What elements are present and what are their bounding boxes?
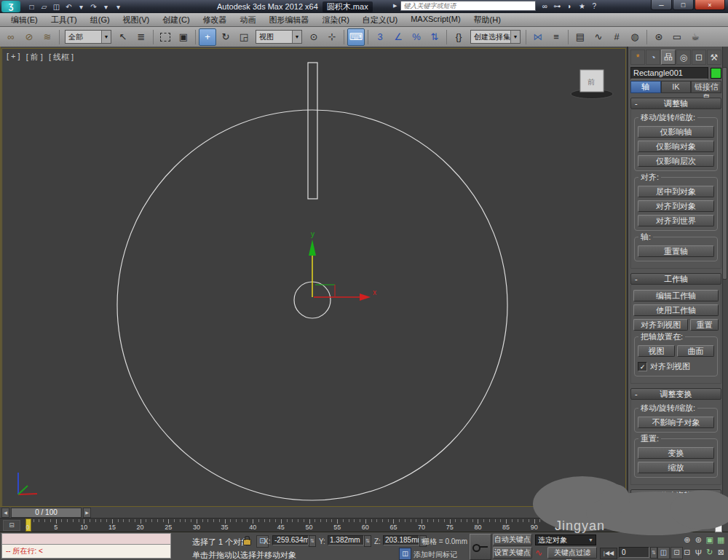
maximize-viewport-toggle-icon[interactable]: ⊠ xyxy=(716,546,727,559)
curve-editor-icon[interactable]: ∿ xyxy=(590,28,607,46)
track-bar[interactable]: ⊟ 05101520253035404550556065707580859095… xyxy=(0,518,626,532)
reset-scale-button[interactable]: 缩放 xyxy=(638,462,714,473)
qat-options-arrow[interactable]: ▾ xyxy=(113,1,124,12)
undo-dropdown-arrow[interactable]: ▾ xyxy=(76,1,87,12)
layer-manager-icon[interactable]: ▤ xyxy=(571,28,589,46)
zoom-all-icon[interactable]: ⊛ xyxy=(693,534,705,546)
rollout-adjust-pivot-header[interactable]: - 调整轴 xyxy=(630,98,721,109)
selection-lock-icon[interactable] xyxy=(243,539,251,545)
new-key-curve-icon[interactable]: ∿ xyxy=(535,548,545,558)
minimize-button[interactable]: ─ xyxy=(651,0,672,10)
place-surface-button[interactable]: 曲面 xyxy=(677,345,714,357)
tab-ik[interactable]: IK xyxy=(661,81,692,93)
favorites-icon[interactable]: ★ xyxy=(577,2,587,10)
next-frame-button[interactable]: ▶ xyxy=(83,508,91,518)
menu-customize[interactable]: 自定义(U) xyxy=(356,15,404,25)
menu-maxscript[interactable]: MAXScript(M) xyxy=(404,15,467,25)
pan-icon[interactable]: Ψ xyxy=(693,546,705,559)
render-setup-icon[interactable]: ⊛ xyxy=(650,28,668,46)
view-cube[interactable]: 前 xyxy=(571,70,613,99)
tab-pivot[interactable]: 轴 xyxy=(630,81,661,93)
affect-pivot-only-button[interactable]: 仅影响轴 xyxy=(638,126,714,138)
place-view-button[interactable]: 视图 xyxy=(638,345,675,357)
x-spinner[interactable]: ⇅ xyxy=(309,535,316,547)
set-key-button[interactable]: 设置关键点 xyxy=(493,547,532,559)
chevron-down-icon[interactable]: ▼ xyxy=(101,31,111,43)
previous-frame-button[interactable]: ◀ xyxy=(1,508,9,518)
save-file-icon[interactable]: ◫ xyxy=(51,1,62,12)
chevron-down-icon[interactable]: ▼ xyxy=(292,31,301,43)
key-filters-button[interactable]: 关键点过滤器... xyxy=(547,547,597,559)
panel-scrollbar-thumb[interactable] xyxy=(722,67,727,280)
edit-working-pivot-button[interactable]: 编辑工作轴 xyxy=(633,290,719,301)
orbit-icon[interactable]: ↻ xyxy=(704,546,716,559)
viewport-canvas[interactable]: y x 前 xyxy=(2,49,625,506)
select-object-icon[interactable]: ↖ xyxy=(114,28,132,46)
viewport-menu-general[interactable]: [ + ] xyxy=(7,52,20,63)
use-working-pivot-button[interactable]: 使用工作轴 xyxy=(633,304,719,316)
maximize-button[interactable]: □ xyxy=(673,0,694,10)
rollout-working-pivot-header[interactable]: - 工作轴 xyxy=(630,273,721,285)
reset-transform-button[interactable]: 变换 xyxy=(638,447,714,459)
frame-spinner[interactable]: ⇅ xyxy=(650,547,657,559)
reset-pivot-button[interactable]: 重置轴 xyxy=(638,245,714,257)
dont-affect-children-button[interactable]: 不影响子对象 xyxy=(638,417,714,428)
rectangular-selection-icon[interactable] xyxy=(157,28,174,46)
angle-snap-icon[interactable]: ∠ xyxy=(389,28,407,46)
viewport-front[interactable]: [ + ] [ 前 ] [ 线框 ] y x xyxy=(1,48,626,507)
rollout-adjust-transform-header[interactable]: - 调整变换 xyxy=(630,388,721,400)
affect-hierarchy-only-button[interactable]: 仅影响层次 xyxy=(638,155,714,167)
menu-rendering[interactable]: 渲染(R) xyxy=(316,15,356,25)
align-to-object-button[interactable]: 对齐到对象 xyxy=(638,200,714,212)
object-color-swatch[interactable] xyxy=(711,68,721,79)
menu-tools[interactable]: 工具(T) xyxy=(44,15,84,25)
snaps-toggle-icon[interactable]: 3 xyxy=(371,28,389,46)
viewport-menu-view[interactable]: [ 前 ] xyxy=(26,52,43,63)
material-editor-icon[interactable]: ◍ xyxy=(626,28,644,46)
auto-key-button[interactable]: 自动关键点 xyxy=(493,534,532,545)
time-configuration-icon[interactable]: ◫ xyxy=(657,547,670,559)
create-panel-icon[interactable]: * xyxy=(630,50,645,65)
infocenter-search-input[interactable] xyxy=(400,1,536,11)
open-file-icon[interactable]: ▱ xyxy=(39,1,50,12)
menu-group[interactable]: 组(G) xyxy=(84,15,116,25)
close-button[interactable]: × xyxy=(695,0,725,10)
viewport-menu-shading[interactable]: [ 线框 ] xyxy=(49,52,74,63)
zoom-icon[interactable]: ⊕ xyxy=(681,534,693,546)
reference-coordinate-dropdown[interactable]: 视图▼ xyxy=(256,30,302,44)
select-and-link-icon[interactable]: ∞ xyxy=(2,28,20,46)
select-and-rotate-icon[interactable]: ↻ xyxy=(217,28,234,46)
panel-scrollbar[interactable] xyxy=(722,47,728,532)
zoom-extents-all-icon[interactable]: ▦ xyxy=(716,534,727,546)
redo-dropdown-arrow[interactable]: ▾ xyxy=(100,1,111,12)
reset-button[interactable]: 重置 xyxy=(690,319,719,331)
gizmo-x-arrowhead[interactable] xyxy=(360,293,371,301)
macro-recorder-row[interactable] xyxy=(1,533,171,545)
move-gizmo[interactable]: y x xyxy=(309,230,376,301)
rectangle-spline-selected[interactable] xyxy=(308,63,317,199)
zoom-extents-icon[interactable]: ▣ xyxy=(704,534,716,546)
set-key-mode-button[interactable] xyxy=(470,534,491,560)
display-panel-icon[interactable]: ⊡ xyxy=(692,50,706,65)
select-and-scale-icon[interactable]: ◲ xyxy=(235,28,253,46)
menu-modifiers[interactable]: 修改器 xyxy=(197,15,234,25)
align-to-view-button[interactable]: 对齐到视图 xyxy=(633,319,688,331)
select-and-manipulate-icon[interactable]: ⊹ xyxy=(323,28,341,46)
window-crossing-icon[interactable]: ▣ xyxy=(175,28,192,46)
gizmo-y-arrowhead[interactable] xyxy=(309,240,316,256)
modify-panel-icon[interactable]: ◔ xyxy=(646,50,660,65)
timeline-ruler[interactable]: 0510152025303540455055606570758085909510… xyxy=(0,518,626,532)
bind-to-space-warp-icon[interactable]: ≋ xyxy=(39,28,56,46)
search-icon[interactable]: ∞ xyxy=(539,2,550,10)
spinner-snap-icon[interactable]: ⇅ xyxy=(426,28,443,46)
menu-help[interactable]: 帮助(H) xyxy=(467,15,507,25)
named-selection-sets-dropdown[interactable]: 创建选择集▼ xyxy=(470,30,521,44)
utilities-panel-icon[interactable]: ⚒ xyxy=(707,50,721,65)
time-slider[interactable]: 0 / 100 xyxy=(11,508,82,518)
menu-edit[interactable]: 编辑(E) xyxy=(4,15,44,25)
unlink-selection-icon[interactable]: ⊘ xyxy=(20,28,38,46)
listener-row[interactable]: -- 所在行: < xyxy=(1,545,171,559)
application-menu-button[interactable]: Ʒ xyxy=(1,1,20,12)
z-coordinate-field[interactable]: 203.185mm xyxy=(383,535,419,545)
zoom-region-icon[interactable]: ⊡ xyxy=(681,546,693,559)
